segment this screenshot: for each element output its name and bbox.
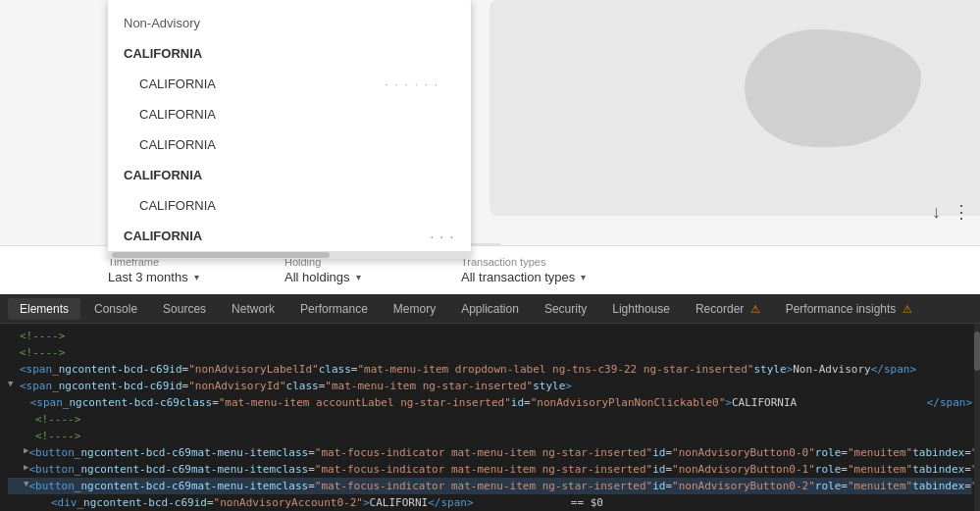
top-area: Non-Advisory CALIFORNIA CALIFORNIA · · ·… bbox=[0, 0, 980, 294]
code-line-3: <span _ngcontent-bcd-c69 id="nonAdvisory… bbox=[8, 361, 972, 378]
code-line-11: <div _ngcontent-bcd-c69 id="nonAdvisoryA… bbox=[8, 494, 972, 511]
top-actions: ↓ ⋮ bbox=[932, 201, 970, 223]
filter-holding-value: All holdings bbox=[284, 270, 350, 284]
filter-timeframe-value: Last 3 months bbox=[108, 270, 188, 284]
dropdown-scrollbar-thumb bbox=[112, 252, 330, 258]
filter-holding-select[interactable]: All holdings ▾ bbox=[284, 270, 422, 284]
recorder-warning-icon: ⚠ bbox=[750, 303, 760, 315]
dropdown-sub-california-1[interactable]: CALIFORNIA · · · · · · bbox=[108, 69, 471, 99]
timeframe-chevron-down-icon: ▾ bbox=[194, 272, 199, 282]
dropdown-dots-2: . . . bbox=[431, 229, 455, 243]
devtools-tab-memory[interactable]: Memory bbox=[382, 298, 447, 320]
filter-transaction-value: All transaction types bbox=[461, 270, 575, 284]
dropdown-sub-label-3: CALIFORNIA bbox=[139, 137, 216, 152]
filter-transaction-types: Transaction types All transaction types … bbox=[461, 256, 598, 284]
more-icon[interactable]: ⋮ bbox=[953, 201, 970, 223]
devtools-tab-performance[interactable]: Performance bbox=[288, 298, 380, 320]
filter-timeframe: Timeframe Last 3 months ▾ bbox=[108, 256, 245, 284]
dropdown-non-advisory[interactable]: Non-Advisory bbox=[108, 8, 471, 38]
devtools-tab-recorder[interactable]: Recorder ⚠ bbox=[684, 298, 772, 320]
dropdown-section-california-2: CALIFORNIA bbox=[108, 160, 471, 190]
devtools-tab-application[interactable]: Application bbox=[449, 298, 531, 320]
map-area bbox=[490, 0, 980, 216]
dropdown-scrollbar[interactable] bbox=[108, 251, 471, 259]
dropdown-section-label-text: CALIFORNIA bbox=[124, 229, 202, 243]
code-line-5: <span _ngcontent-bcd-c69 class="mat-menu… bbox=[8, 394, 972, 411]
devtools-tab-lighthouse[interactable]: Lighthouse bbox=[600, 298, 682, 320]
dropdown-sub-california-3[interactable]: CALIFORNIA bbox=[108, 129, 471, 160]
filter-timeframe-select[interactable]: Last 3 months ▾ bbox=[108, 270, 245, 284]
dropdown-section-california-3[interactable]: CALIFORNIA . . . bbox=[108, 221, 471, 251]
devtools-tab-security[interactable]: Security bbox=[533, 298, 598, 320]
devtools-content[interactable]: <!----> <!----> <span _ngcontent-bcd-c69… bbox=[0, 324, 980, 511]
holding-chevron-down-icon: ▾ bbox=[356, 272, 361, 282]
dropdown-dots-1: · · · · · · bbox=[385, 78, 439, 90]
devtools-tab-sources[interactable]: Sources bbox=[151, 298, 218, 320]
devtools-tab-perf-insights[interactable]: Performance insights ⚠ bbox=[774, 298, 924, 320]
dropdown-section-california-1: CALIFORNIA bbox=[108, 38, 471, 69]
transaction-chevron-down-icon: ▾ bbox=[581, 272, 586, 282]
vertical-scrollbar[interactable] bbox=[974, 324, 980, 511]
code-line-7: <!----> bbox=[8, 428, 972, 444]
code-line-4[interactable]: <span _ngcontent-bcd-c69 id="nonAdvisory… bbox=[8, 378, 972, 394]
code-line-9[interactable]: <button _ngcontent-bcd-c69 mat-menu-item… bbox=[8, 461, 972, 478]
filter-transaction-label: Transaction types bbox=[461, 256, 598, 268]
dropdown-sub-label: CALIFORNIA bbox=[139, 77, 216, 91]
devtools-tab-network[interactable]: Network bbox=[220, 298, 286, 320]
devtools-tab-console[interactable]: Console bbox=[82, 298, 149, 320]
tri-4[interactable] bbox=[8, 378, 20, 391]
map-shape bbox=[745, 29, 921, 147]
code-line-10[interactable]: <button _ngcontent-bcd-c69 mat-menu-item… bbox=[8, 478, 972, 494]
dropdown-sub-california-2[interactable]: CALIFORNIA bbox=[108, 99, 471, 129]
devtools-tab-elements[interactable]: Elements bbox=[8, 298, 80, 320]
scrollbar-thumb bbox=[974, 332, 980, 371]
devtools-panel: Elements Console Sources Network Perform… bbox=[0, 294, 980, 511]
download-icon[interactable]: ↓ bbox=[932, 202, 941, 223]
code-line-6: <!----> bbox=[8, 411, 972, 428]
dropdown-sub-label-4: CALIFORNIA bbox=[139, 198, 216, 213]
dropdown-menu: Non-Advisory CALIFORNIA CALIFORNIA · · ·… bbox=[108, 0, 471, 259]
code-line-1: <!----> bbox=[8, 328, 972, 344]
dropdown-sub-california-4[interactable]: CALIFORNIA bbox=[108, 190, 471, 221]
devtools-toolbar: Elements Console Sources Network Perform… bbox=[0, 294, 980, 324]
filter-holding: Holding All holdings ▾ bbox=[284, 256, 422, 284]
filter-transaction-select[interactable]: All transaction types ▾ bbox=[461, 270, 598, 284]
dropdown-sub-label-2: CALIFORNIA bbox=[139, 107, 216, 122]
perf-warning-icon: ⚠ bbox=[903, 303, 912, 315]
code-line-8[interactable]: <button _ngcontent-bcd-c69 mat-menu-item… bbox=[8, 444, 972, 461]
code-line-2: <!----> bbox=[8, 344, 972, 361]
